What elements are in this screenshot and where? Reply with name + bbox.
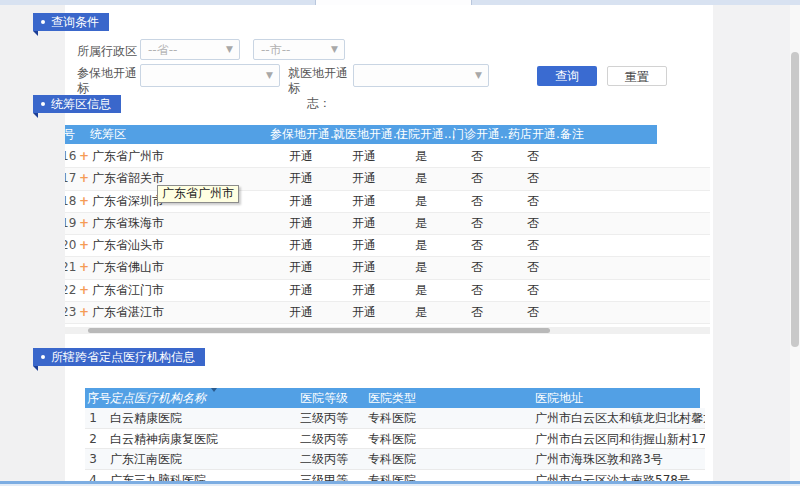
expand-plus-icon[interactable]: + <box>79 257 89 278</box>
app-screen: 查询条件 所属行政区： --省-- ▼ --市-- ▼ 参保地开通标志： ▼ 就… <box>0 0 800 486</box>
pharmacy-open-flag: 否 <box>508 280 558 301</box>
expand-plus-icon[interactable]: + <box>79 191 89 212</box>
treatment-open-flag: 开通 <box>333 257 395 278</box>
outpatient-open-flag: 否 <box>452 213 502 234</box>
row-number: 16 <box>65 146 76 167</box>
row-number: 20 <box>65 235 76 256</box>
row-tooltip: 广东省广州市 <box>157 185 239 203</box>
inpatient-open-flag: 是 <box>396 235 446 256</box>
outpatient-open-flag: 否 <box>452 146 502 167</box>
reset-button[interactable]: 重置 <box>607 66 667 86</box>
insured-open-flag: 开通 <box>270 302 332 323</box>
hospital-address: 广州市海珠区敦和路3号 <box>535 449 663 469</box>
pooling-area-name: 广东省江门市 <box>92 280 164 301</box>
table-row[interactable]: 4 广东三九脑科医院 三级甲等 专科医院 广州市白云区沙太南路578号 <box>85 470 705 482</box>
hospital-type: 专科医院 <box>368 449 416 469</box>
treatment-open-flag: 开通 <box>333 191 395 212</box>
hospital-name: 广东三九脑科医院 <box>110 470 206 482</box>
expand-plus-icon[interactable]: + <box>79 280 89 301</box>
treatment-open-flag: 开通 <box>333 235 395 256</box>
hospital-type: 专科医院 <box>368 408 416 428</box>
pooling-area-name: 广东省广州市 <box>92 146 164 167</box>
hospital-grade: 二级丙等 <box>300 429 348 449</box>
expand-plus-icon[interactable]: + <box>79 146 89 167</box>
inpatient-open-flag: 是 <box>396 146 446 167</box>
expand-plus-icon[interactable]: + <box>79 168 89 189</box>
pooling-area-name: 广东省湛江市 <box>92 302 164 323</box>
search-button[interactable]: 查询 <box>537 66 597 86</box>
insured-flag-select[interactable]: ▼ <box>140 64 280 87</box>
row-number: 23 <box>65 302 76 323</box>
section-header-pooling: 统筹区信息 <box>33 95 121 113</box>
col-treatment: 就医地开通... <box>333 125 404 144</box>
expand-plus-icon[interactable]: + <box>79 302 89 323</box>
pooling-area-name: 广东省汕头市 <box>92 235 164 256</box>
col-remark: 备注 <box>560 125 584 144</box>
outpatient-open-flag: 否 <box>452 168 502 189</box>
col-insured: 参保地开通... <box>270 125 341 144</box>
horizontal-scrollbar-thumb[interactable] <box>88 328 550 333</box>
hospital-name: 广东江南医院 <box>110 449 182 469</box>
hospitals-table-body: 1 白云精康医院 三级丙等 专科医院 广州市白云区太和镇龙归北村馨龙五... 2… <box>85 408 705 481</box>
chevron-down-icon: ▼ <box>331 44 338 54</box>
hospital-address: 广州市白云区沙太南路578号 <box>535 470 690 482</box>
pharmacy-open-flag: 否 <box>508 302 558 323</box>
row-number: 1 <box>85 408 101 428</box>
section-title: 所辖跨省定点医疗机构信息 <box>51 349 195 366</box>
hospital-type: 专科医院 <box>368 470 416 482</box>
province-select[interactable]: --省-- ▼ <box>140 39 240 60</box>
outpatient-open-flag: 否 <box>452 191 502 212</box>
treatment-open-flag: 开通 <box>333 168 395 189</box>
inpatient-open-flag: 是 <box>396 168 446 189</box>
chevron-down-icon: ▼ <box>266 70 273 80</box>
pharmacy-open-flag: 否 <box>508 191 558 212</box>
pooling-area-name: 广东省珠海市 <box>92 213 164 234</box>
vertical-scrollbar[interactable] <box>790 5 800 486</box>
expand-plus-icon[interactable]: + <box>79 235 89 256</box>
pharmacy-open-flag: 否 <box>508 213 558 234</box>
table-row[interactable]: 21 + 广东省佛山市 开通 开通 是 否 否 <box>65 257 710 279</box>
section-title: 查询条件 <box>51 14 99 31</box>
table-row[interactable]: 1 白云精康医院 三级丙等 专科医院 广州市白云区太和镇龙归北村馨龙五... <box>85 408 705 429</box>
row-number: 2 <box>85 429 101 449</box>
inpatient-open-flag: 是 <box>396 302 446 323</box>
insured-open-flag: 开通 <box>270 146 332 167</box>
vertical-scrollbar-thumb[interactable] <box>791 52 799 347</box>
col-outpatient: 门诊开通... <box>452 125 511 144</box>
chevron-down-icon: ▼ <box>475 70 482 80</box>
horizontal-scrollbar[interactable] <box>65 327 710 334</box>
pooling-table-body: 16 + 广东省广州市 开通 开通 是 否 否 17 + 广东省韶关市 开通 开… <box>65 146 710 334</box>
section-header-query: 查询条件 <box>33 13 109 31</box>
table-row[interactable]: 3 广东江南医院 二级丙等 专科医院 广州市海珠区敦和路3号 <box>85 449 705 470</box>
inpatient-open-flag: 是 <box>396 280 446 301</box>
hospitals-table-header: 序号 定点医疗机构名称 医院等级 医院类型 医院地址 <box>85 388 700 408</box>
table-row[interactable]: 22 + 广东省江门市 开通 开通 是 否 否 <box>65 280 710 302</box>
treatment-open-flag: 开通 <box>333 146 395 167</box>
table-row[interactable]: 16 + 广东省广州市 开通 开通 是 否 否 <box>65 146 710 168</box>
outpatient-open-flag: 否 <box>452 302 502 323</box>
expand-plus-icon[interactable]: + <box>79 213 89 234</box>
table-row[interactable]: 19 + 广东省珠海市 开通 开通 是 否 否 <box>65 213 710 235</box>
table-row[interactable]: 20 + 广东省汕头市 开通 开通 是 否 否 <box>65 235 710 257</box>
row-number: 4 <box>85 470 101 482</box>
col-seq: 序号 <box>65 125 75 144</box>
row-number: 3 <box>85 449 101 469</box>
pooling-area-name: 广东省韶关市 <box>92 168 164 189</box>
city-select[interactable]: --市-- ▼ <box>253 39 345 60</box>
col-hospital-name[interactable]: 定点医疗机构名称 <box>110 388 206 408</box>
treatment-open-flag: 开通 <box>333 302 395 323</box>
insured-open-flag: 开通 <box>270 168 332 189</box>
table-row[interactable]: 23 + 广东省湛江市 开通 开通 是 否 否 <box>65 302 710 324</box>
sort-icon[interactable] <box>211 388 217 392</box>
inpatient-open-flag: 是 <box>396 213 446 234</box>
treatment-flag-select[interactable]: ▼ <box>353 64 489 87</box>
hospital-grade: 三级甲等 <box>300 470 348 482</box>
hospital-grade: 二级丙等 <box>300 449 348 469</box>
hospital-type: 专科医院 <box>368 429 416 449</box>
region-label: 所属行政区： <box>77 43 149 60</box>
row-number: 17 <box>65 168 76 189</box>
table-row[interactable]: 2 白云精神病康复医院 二级丙等 专科医院 广州市白云区同和街握山新村17号 <box>85 429 705 450</box>
treatment-flag-label: 就医地开通标志： <box>288 66 350 111</box>
right-gutter <box>713 5 790 486</box>
pharmacy-open-flag: 否 <box>508 168 558 189</box>
